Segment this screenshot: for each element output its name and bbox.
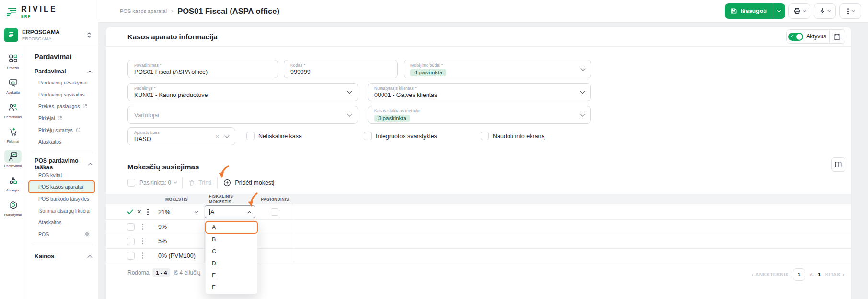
row-kebab-icon[interactable] — [147, 211, 149, 213]
sidebar-item-ataskaitos-2[interactable]: Ataskaitos — [35, 216, 94, 228]
confirm-icon[interactable] — [127, 209, 133, 215]
card-header: Kasos aparato informacija ✓ Aktyvus — [106, 27, 851, 47]
sidebar-item-pardavimu-uzsakymai[interactable]: Pardavimų užsakymai — [35, 77, 94, 89]
chevron-down-icon[interactable] — [174, 180, 177, 184]
breadcrumb-parent[interactable]: POS kasos aparatai — [120, 8, 167, 14]
rail-item-nustatymai[interactable]: Nustatymai — [4, 199, 22, 217]
sidebar-item-pos-kvitai[interactable]: POS kvitai — [35, 169, 94, 181]
active-toggle[interactable]: ✓ — [788, 33, 803, 41]
app-logo[interactable]: RIVILE ERP — [0, 0, 98, 24]
fiskalinis-mokestis-input[interactable]: A — [205, 205, 255, 218]
rail-item-pradzia[interactable]: Pradžia — [4, 52, 22, 70]
dropdown-option-a[interactable]: A — [206, 221, 257, 233]
sidebar-item-isoriniai-atsargu-likuciai[interactable]: Išoriniai atsargų likučiai — [35, 204, 94, 216]
chevron-up-icon — [248, 211, 251, 215]
sidebar-item-prekes-paslaugos[interactable]: Prekės, paslaugos — [35, 100, 94, 112]
chevron-down-icon — [851, 9, 855, 12]
table-footer: Rodoma 1 - 4 iš 4 eilučių — [127, 268, 200, 277]
column-header-pagrindinis[interactable]: PAGRINDINIS — [255, 197, 294, 202]
padalinys-select[interactable]: Padalinys * KUN01 - Kauno parduotuvė — [127, 83, 358, 101]
naudoti-info-ekrana-checkbox[interactable]: Naudoti info ekraną — [481, 132, 544, 140]
nefiskaline-kasa-checkbox[interactable]: Nefiskalinė kasa — [246, 132, 302, 140]
row-checkbox[interactable] — [127, 252, 135, 260]
total-pages-label: 1 — [818, 272, 821, 277]
dropdown-option-c[interactable]: C — [206, 245, 257, 257]
table-row-edit: × 21% A — [106, 204, 851, 220]
top-bar: POS kasos aparatai › POS01 Fiscal (ASPA … — [98, 0, 868, 23]
dropdown-option-e[interactable]: E — [206, 269, 257, 281]
add-tax-button[interactable]: Pridėti mokestį — [223, 179, 274, 187]
field-placeholder: Vartotojai — [134, 109, 343, 121]
more-options-button[interactable] — [839, 3, 861, 19]
rail-item-pardavimai[interactable]: Pardavimai — [4, 150, 22, 168]
kasos-stalciaus-select[interactable]: Kasos stalčiaus metodai 3 pasirinkta — [368, 106, 591, 124]
cancel-icon[interactable]: × — [137, 208, 141, 215]
fiskalinis-dropdown: A B C D E F — [205, 220, 258, 294]
rail-item-pirkimai[interactable]: Pirkimai — [4, 125, 22, 144]
section-title-taxes: Mokesčių susiejimas — [127, 163, 199, 171]
dashboard-icon — [4, 52, 22, 65]
pagrindinis-checkbox[interactable] — [271, 208, 278, 216]
kodas-field[interactable]: Kodas * 999999 — [284, 60, 398, 78]
column-settings-button[interactable] — [831, 157, 845, 172]
quick-actions-button[interactable] — [814, 3, 836, 19]
row-kebab-icon[interactable] — [142, 240, 143, 242]
save-icon — [730, 8, 737, 14]
group-pos-pardavimo-taskas[interactable]: POS pardavimo taškas — [35, 160, 94, 168]
sidebar-item-pos-barkodo-taisykles[interactable]: POS barkodo taisyklės — [35, 193, 94, 205]
sidebar-item-pos-kasos-aparatai[interactable]: POS kasos aparatai — [29, 181, 94, 193]
field-value: RASO — [134, 136, 220, 143]
field-label: Kasos stalčiaus metodai — [374, 108, 576, 113]
sidebar-item-pirkejai[interactable]: Pirkėjai — [35, 112, 94, 124]
integruotos-svarstykles-checkbox[interactable]: Integruotos svarstyklės — [364, 132, 437, 140]
showing-label: Rodoma — [127, 269, 149, 276]
sidebar-item-ataskaitos-1[interactable]: Ataskaitos — [35, 136, 94, 148]
next-page-button[interactable]: KITAS› — [825, 271, 845, 278]
pagination: ‹ANKSTESNIS 1 iš 1 KITAS› — [751, 268, 845, 281]
chevron-down-icon — [828, 9, 831, 12]
plus-circle-icon — [223, 179, 231, 187]
save-button[interactable]: Išsaugoti — [725, 8, 773, 14]
column-header-fiskalinis[interactable]: FISKALINIS MOKESTIS — [204, 194, 239, 204]
row-checkbox[interactable] — [127, 223, 135, 231]
numatytasis-klientas-select[interactable]: Numatytasis klientas * 00001 - Gatvės kl… — [368, 83, 591, 101]
dropdown-option-f[interactable]: F — [206, 281, 257, 293]
content-card: Kasos aparato informacija ✓ Aktyvus Pava… — [105, 26, 852, 299]
delete-button[interactable]: Trinti — [188, 179, 211, 186]
sidebar-item-pirkeju-sutartys[interactable]: Pirkėjų sutartys — [35, 124, 94, 136]
required-asterisk: * — [304, 63, 306, 68]
print-button[interactable] — [788, 3, 810, 19]
row-checkbox[interactable] — [127, 238, 135, 245]
dropdown-option-d[interactable]: D — [206, 257, 257, 269]
clear-icon[interactable]: × — [215, 133, 219, 140]
row-kebab-icon[interactable] — [142, 255, 143, 256]
sidebar-item-pardavimu-saskaitos[interactable]: Pardavimų sąskaitos — [35, 89, 94, 101]
save-dropdown-button[interactable] — [773, 11, 785, 12]
field-label: Numatytasis klientas * — [374, 86, 576, 91]
workspace-selector[interactable]: ERPOSGAMA ERPOSGAMA — [4, 26, 94, 44]
vartotojai-select[interactable]: Vartotojai — [127, 106, 358, 124]
pavadinimas-field[interactable]: Pavadinimas * POS01 Fiscal (ASPA office) — [127, 60, 278, 78]
calendar-icon[interactable] — [833, 33, 842, 40]
current-page-box[interactable]: 1 — [793, 268, 805, 281]
column-header-mokestis[interactable]: MOKESTIS — [149, 197, 204, 202]
rail-item-apskaita[interactable]: Apskaita — [4, 76, 22, 95]
group-kainos[interactable]: Kainos — [35, 252, 94, 261]
group-pardavimai[interactable]: Pardavimai — [35, 67, 94, 76]
rail-item-personalas[interactable]: Personalas — [4, 101, 22, 119]
mokejimo-budai-select[interactable]: Mokėjimo būdai * 4 pasirinkta — [404, 60, 591, 78]
workspace-switch-icon[interactable] — [87, 32, 92, 38]
prev-page-button[interactable]: ‹ANKSTESNIS — [751, 271, 788, 278]
dropdown-option-b[interactable]: B — [206, 233, 257, 245]
aparato-tipas-select[interactable]: Aparato tipas RASO × — [127, 127, 235, 145]
rail-item-atsargos[interactable]: Atsargos — [4, 174, 22, 192]
checkbox — [364, 132, 372, 140]
row-kebab-icon[interactable] — [142, 226, 143, 227]
sidebar-item-pos[interactable]: POS — [35, 228, 94, 240]
mokestis-select[interactable]: 21% — [149, 209, 204, 215]
select-all-checkbox[interactable] — [127, 179, 135, 187]
lightning-icon — [819, 8, 826, 15]
external-link-icon — [58, 116, 62, 120]
trash-icon — [188, 179, 195, 186]
selection-chip: 4 pasirinkta — [410, 69, 446, 76]
